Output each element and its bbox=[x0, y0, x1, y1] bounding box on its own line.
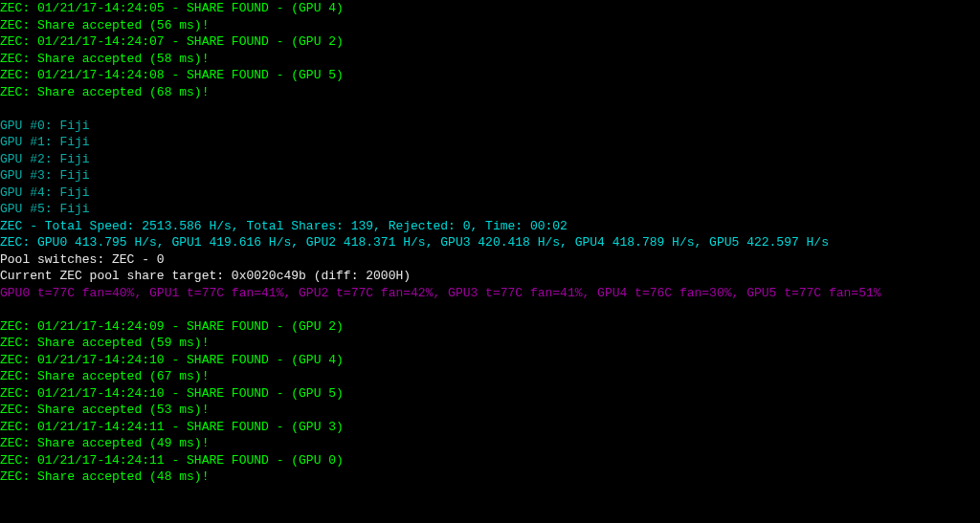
terminal-line: ZEC: Share accepted (49 ms)! bbox=[0, 435, 980, 452]
terminal-line: Current ZEC pool share target: 0x0020c49… bbox=[0, 268, 980, 285]
terminal-line: Pool switches: ZEC - 0 bbox=[0, 251, 980, 269]
terminal-line bbox=[0, 100, 980, 118]
terminal-line: GPU #5: Fiji bbox=[0, 201, 980, 218]
terminal-line: ZEC: Share accepted (56 ms)! bbox=[0, 17, 980, 34]
terminal-line: GPU #0: Fiji bbox=[0, 118, 980, 135]
terminal-line: GPU #2: Fiji bbox=[0, 151, 980, 168]
terminal-line: ZEC: 01/21/17-14:24:10 - SHARE FOUND - (… bbox=[0, 385, 980, 403]
terminal-line: ZEC: Share accepted (68 ms)! bbox=[0, 84, 980, 101]
terminal-line: ZEC: Share accepted (67 ms)! bbox=[0, 368, 980, 385]
terminal-line: ZEC: 01/21/17-14:24:08 - SHARE FOUND - (… bbox=[0, 67, 980, 84]
terminal-line: ZEC: Share accepted (59 ms)! bbox=[0, 335, 980, 352]
terminal-line: GPU #4: Fiji bbox=[0, 185, 980, 202]
terminal-line: GPU #3: Fiji bbox=[0, 167, 980, 185]
terminal-line: ZEC: 01/21/17-14:24:07 - SHARE FOUND - (… bbox=[0, 33, 980, 51]
terminal-line bbox=[0, 301, 980, 318]
terminal-line: ZEC: 01/21/17-14:24:11 - SHARE FOUND - (… bbox=[0, 419, 980, 436]
terminal-line: ZEC: 01/21/17-14:24:09 - SHARE FOUND - (… bbox=[0, 318, 980, 336]
terminal-output: ZEC: 01/21/17-14:24:05 - SHARE FOUND - (… bbox=[0, 0, 980, 486]
terminal-line: ZEC: 01/21/17-14:24:05 - SHARE FOUND - (… bbox=[0, 0, 980, 17]
terminal-line: ZEC: 01/21/17-14:24:10 - SHARE FOUND - (… bbox=[0, 352, 980, 369]
terminal-line: ZEC: Share accepted (58 ms)! bbox=[0, 51, 980, 68]
terminal-line: ZEC: 01/21/17-14:24:11 - SHARE FOUND - (… bbox=[0, 452, 980, 469]
terminal-line: ZEC: Share accepted (48 ms)! bbox=[0, 469, 980, 486]
terminal-line: ZEC: Share accepted (53 ms)! bbox=[0, 402, 980, 419]
terminal-line: GPU0 t=77C fan=40%, GPU1 t=77C fan=41%, … bbox=[0, 285, 980, 302]
terminal-line: GPU #1: Fiji bbox=[0, 134, 980, 151]
terminal-line: ZEC: GPU0 413.795 H/s, GPU1 419.616 H/s,… bbox=[0, 234, 980, 251]
terminal-line: ZEC - Total Speed: 2513.586 H/s, Total S… bbox=[0, 218, 980, 235]
